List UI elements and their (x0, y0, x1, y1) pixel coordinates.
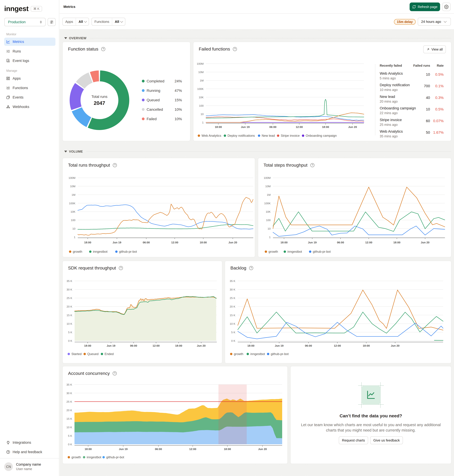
svg-text:inngestbot: inngestbot (288, 250, 302, 253)
svg-text:100M: 100M (68, 176, 76, 179)
svg-text:Jun 20: Jun 20 (391, 344, 400, 347)
svg-text:1: 1 (202, 121, 204, 124)
svg-text:12:00: 12:00 (296, 125, 303, 128)
svg-text:Jun 20: Jun 20 (421, 241, 430, 244)
svg-text:06:00: 06:00 (155, 447, 162, 451)
svg-text:25 K: 25 K (67, 400, 72, 403)
svg-text:Stripe invoice: Stripe invoice (281, 134, 300, 137)
svg-text:10M: 10M (198, 71, 204, 73)
svg-text:06:00: 06:00 (269, 125, 277, 128)
svg-text:10: 10 (268, 227, 271, 230)
svg-text:30 K: 30 K (67, 392, 72, 395)
svg-text:15 K: 15 K (67, 417, 72, 420)
svg-text:Jun 20: Jun 20 (348, 125, 357, 128)
svg-text:100K: 100K (264, 202, 271, 205)
svg-text:inngestbot: inngestbot (250, 352, 265, 356)
svg-text:18:00: 18:00 (393, 241, 401, 244)
svg-text:10K: 10K (266, 210, 271, 213)
svg-text:30 K: 30 K (230, 288, 235, 291)
svg-text:Jun 19: Jun 19 (113, 241, 121, 244)
svg-text:30 K: 30 K (67, 288, 72, 291)
svg-text:25 K: 25 K (67, 297, 72, 300)
svg-text:15%: 15% (174, 98, 182, 102)
svg-text:Jun 20: Jun 20 (258, 447, 267, 451)
svg-text:10M: 10M (265, 185, 271, 188)
svg-text:100: 100 (71, 219, 76, 222)
svg-text:New lead: New lead (262, 134, 275, 137)
svg-text:12:00: 12:00 (152, 344, 160, 347)
svg-text:growth: growth (234, 352, 243, 356)
svg-text:06:00: 06:00 (305, 344, 312, 347)
svg-text:100K: 100K (69, 202, 76, 205)
svg-text:18:00: 18:00 (85, 447, 92, 451)
svg-text:18:00: 18:00 (224, 447, 231, 451)
svg-text:10%: 10% (174, 117, 182, 121)
svg-text:20 K: 20 K (67, 409, 72, 412)
svg-text:1: 1 (74, 236, 76, 239)
svg-text:Jun 19: Jun 19 (241, 125, 250, 128)
svg-text:Ended: Ended (105, 352, 114, 356)
svg-text:12:00: 12:00 (189, 447, 196, 451)
svg-text:20 K: 20 K (67, 305, 72, 308)
svg-text:1: 1 (269, 236, 271, 239)
svg-text:18:00: 18:00 (247, 344, 254, 347)
svg-text:github-pr-bot: github-pr-bot (119, 250, 137, 253)
svg-text:06:00: 06:00 (337, 241, 344, 244)
svg-text:20 K: 20 K (230, 305, 235, 308)
svg-text:10 K: 10 K (67, 426, 72, 429)
svg-text:10M: 10M (70, 185, 76, 188)
svg-text:Jun 19: Jun 19 (275, 344, 284, 347)
svg-text:100: 100 (266, 219, 271, 222)
svg-text:Jun 19: Jun 19 (308, 241, 317, 244)
svg-text:growth: growth (269, 250, 278, 253)
svg-text:24%: 24% (174, 79, 182, 83)
svg-text:inngestbot: inngestbot (87, 455, 101, 459)
svg-text:10K: 10K (70, 210, 76, 213)
svg-text:10: 10 (72, 227, 76, 230)
svg-text:47%: 47% (174, 88, 182, 93)
svg-text:1M: 1M (72, 193, 76, 196)
svg-text:100M: 100M (264, 176, 271, 179)
svg-text:18:00: 18:00 (84, 344, 91, 347)
svg-text:Jun 20: Jun 20 (197, 344, 206, 347)
svg-text:growth: growth (73, 250, 82, 253)
svg-text:35 K: 35 K (67, 279, 72, 282)
svg-text:18:00: 18:00 (175, 344, 182, 347)
svg-text:12:00: 12:00 (171, 241, 178, 244)
svg-text:growth: growth (71, 455, 81, 459)
svg-text:1M: 1M (200, 79, 204, 82)
svg-text:12:00: 12:00 (365, 241, 372, 244)
svg-text:Queued: Queued (87, 352, 98, 356)
svg-text:Deploy notifications: Deploy notifications (227, 134, 255, 137)
svg-text:github-pr-bot: github-pr-bot (313, 250, 331, 253)
svg-text:5 K: 5 K (68, 434, 72, 437)
svg-text:Jun 19: Jun 19 (107, 344, 115, 347)
svg-text:25 K: 25 K (230, 297, 235, 300)
svg-text:5 K: 5 K (68, 331, 72, 334)
svg-text:Started: Started (71, 352, 82, 356)
svg-text:0 K: 0 K (68, 443, 72, 446)
svg-text:10: 10 (201, 113, 204, 116)
svg-text:15 K: 15 K (230, 314, 235, 317)
svg-text:Onboarding campaign: Onboarding campaign (306, 134, 337, 137)
svg-text:100: 100 (199, 104, 204, 107)
svg-text:100M: 100M (197, 62, 204, 65)
svg-text:18:00: 18:00 (84, 241, 91, 244)
svg-text:5 K: 5 K (231, 331, 235, 334)
svg-text:Web Analytics: Web Analytics (202, 134, 221, 137)
svg-text:12:00: 12:00 (334, 344, 341, 347)
svg-text:18:00: 18:00 (200, 241, 207, 244)
svg-text:35 K: 35 K (67, 383, 72, 386)
svg-text:10 K: 10 K (230, 322, 235, 325)
svg-text:Total runs: Total runs (91, 95, 107, 99)
svg-text:Jun 19: Jun 19 (119, 447, 128, 451)
svg-text:06:00: 06:00 (143, 241, 150, 244)
svg-text:github-pr-bot: github-pr-bot (106, 455, 124, 459)
svg-text:15 K: 15 K (67, 314, 72, 317)
svg-text:0 K: 0 K (68, 339, 72, 342)
svg-text:06:00: 06:00 (130, 344, 137, 347)
svg-text:Queued: Queued (147, 98, 160, 102)
svg-text:Running: Running (147, 88, 160, 93)
svg-text:Jun 20: Jun 20 (228, 241, 237, 244)
svg-text:Completed: Completed (147, 79, 164, 83)
